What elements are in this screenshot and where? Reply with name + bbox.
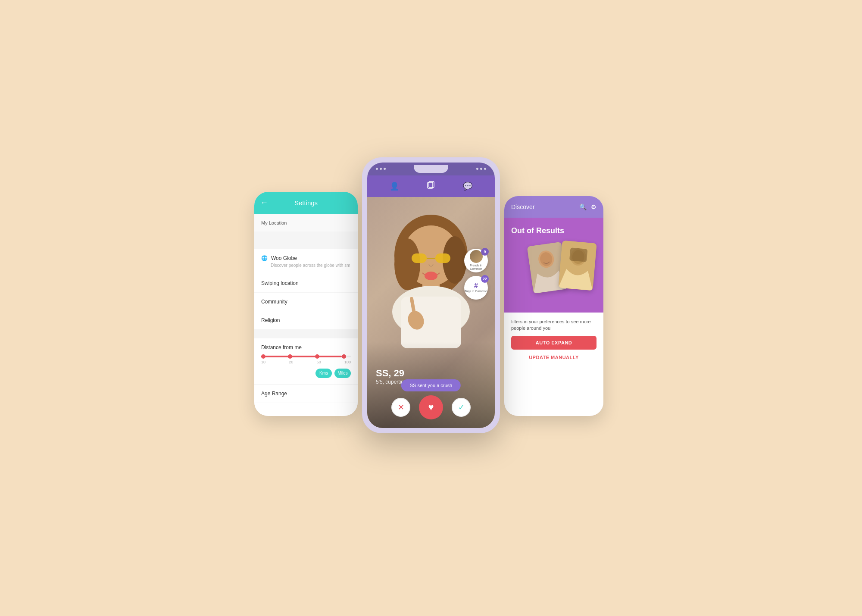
settings-title: Settings [294, 199, 318, 206]
distance-section: Distance from me 10 20 50 100 Kms Miles [254, 338, 358, 385]
back-arrow-icon[interactable]: ← [260, 198, 268, 207]
notch [414, 165, 448, 173]
settings-header: ← Settings [254, 192, 358, 214]
woo-globe-desc: Discover people across the globe with sm [261, 263, 351, 268]
update-manually-button[interactable]: UPDATE MANUALLY [511, 353, 597, 362]
discover-body: Out of Results [504, 218, 603, 416]
distance-title: Distance from me [261, 344, 351, 350]
unit-buttons: Kms Miles [261, 369, 351, 378]
out-of-results-title: Out of Results [504, 218, 603, 240]
woo-globe-title: 🌐 Woo Globe [261, 255, 351, 261]
tags-label: Tags in Common [465, 290, 487, 293]
hashtag-icon: # [474, 282, 478, 290]
slider-thumb-1[interactable] [261, 354, 265, 359]
globe-icon: 🌐 [261, 255, 268, 261]
gear-icon[interactable]: ⚙ [591, 203, 597, 210]
heart-button[interactable]: ♥ [419, 395, 443, 419]
kms-button[interactable]: Kms [315, 369, 332, 378]
crush-notification: SS sent you a crush [401, 379, 461, 391]
discover-header: Discover 🔍 ⚙ [504, 196, 603, 218]
slider-fill [261, 356, 342, 357]
dot-1 [376, 168, 378, 170]
cards-nav-icon[interactable] [427, 181, 435, 191]
friends-badge[interactable]: 9 Frends in Common [464, 249, 488, 272]
dot-4 [476, 168, 478, 170]
discover-title: Discover [511, 203, 534, 210]
badge-avatar [470, 250, 483, 263]
common-badges: 9 Frends in Common 22 # Tags in Common [464, 249, 488, 300]
svg-rect-21 [569, 247, 587, 262]
svg-point-6 [394, 238, 420, 290]
expand-text: filters in your preferences to see more … [511, 319, 597, 332]
status-dots [376, 168, 386, 170]
out-of-results-banner: Out of Results [504, 218, 603, 313]
profile-nav-icon[interactable]: 👤 [390, 181, 399, 191]
slider-thumb-3[interactable] [315, 354, 319, 359]
my-location-item[interactable]: My Location [254, 214, 358, 232]
tags-badge[interactable]: 22 # Tags in Common [464, 276, 488, 300]
phone-settings: ← Settings My Location 🌐 Woo Globe Disco… [254, 192, 358, 416]
status-dots-right [476, 168, 486, 170]
distance-slider[interactable] [261, 356, 351, 357]
dot-6 [484, 168, 486, 170]
phone-discover: Discover 🔍 ⚙ Out of Results [504, 196, 603, 416]
dot-3 [384, 168, 386, 170]
settings-body: My Location 🌐 Woo Globe Discover people … [254, 214, 358, 416]
tags-count: 22 [481, 275, 489, 283]
discover-header-icons: 🔍 ⚙ [579, 203, 597, 210]
photos-stack [504, 244, 603, 309]
community-item[interactable]: Community [254, 293, 358, 311]
woo-globe-section: 🌐 Woo Globe Discover people across the g… [254, 249, 358, 274]
phones-container: ← Settings My Location 🌐 Woo Globe Disco… [254, 157, 608, 459]
age-range-item[interactable]: Age Range [254, 385, 358, 403]
expand-section: filters in your preferences to see more … [504, 313, 603, 368]
svg-rect-8 [412, 253, 427, 263]
phone-center: 👤 💬 [362, 157, 500, 433]
auto-expand-button[interactable]: AUTO EXPAND [511, 336, 597, 350]
center-inner: 👤 💬 [367, 163, 495, 428]
search-icon[interactable]: 🔍 [579, 203, 587, 210]
friends-count: 9 [481, 248, 489, 256]
label-50: 50 [317, 360, 321, 364]
card-name: SS, 29 [376, 368, 407, 379]
religion-item[interactable]: Religion [254, 311, 358, 330]
slider-thumb-2[interactable] [288, 354, 292, 359]
accept-button[interactable]: ✓ [452, 398, 471, 417]
center-status-bar [367, 163, 495, 175]
svg-point-11 [425, 272, 437, 280]
swiping-location-item[interactable]: Swiping location [254, 274, 358, 293]
label-20: 20 [289, 360, 293, 364]
slider-thumb-4[interactable] [342, 354, 346, 359]
reject-button[interactable]: ✕ [391, 398, 410, 417]
dot-5 [480, 168, 482, 170]
photo-card-2 [558, 240, 597, 291]
dot-2 [380, 168, 382, 170]
svg-line-14 [412, 299, 414, 311]
center-nav: 👤 💬 [367, 175, 495, 197]
label-100: 100 [344, 360, 351, 364]
slider-labels: 10 20 50 100 [261, 360, 351, 364]
card-image: SS, 29 5'5, cupertino 9 Frends in Common… [367, 197, 495, 428]
label-10: 10 [261, 360, 265, 364]
chat-nav-icon[interactable]: 💬 [463, 181, 472, 191]
svg-rect-9 [435, 253, 450, 263]
friends-label: Frends in Common [464, 264, 488, 270]
action-buttons: ✕ ♥ ✓ [367, 395, 495, 419]
miles-button[interactable]: Miles [334, 369, 351, 378]
